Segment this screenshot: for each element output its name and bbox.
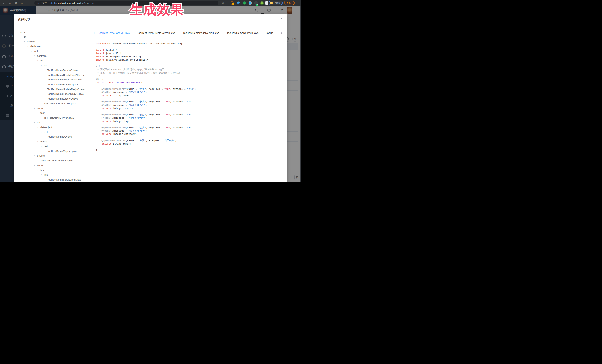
tree-caret-icon[interactable]: ▾ [37, 60, 40, 62]
code-viewer: package cn.iocoder.dashboard.modules.too… [96, 42, 285, 182]
code-line: package cn.iocoder.dashboard.modules.too… [96, 42, 285, 45]
tree-folder[interactable]: ▾test [17, 111, 95, 115]
tree-caret-icon[interactable]: ▾ [34, 164, 37, 166]
tab-ToolTestDemoBaseVO.java[interactable]: ToolTestDemoBaseVO.java [98, 31, 130, 36]
tree-folder[interactable]: ▾test [17, 168, 95, 173]
tree-node-label: ToolTestDemoConvert.java [44, 116, 74, 119]
browser-back-icon[interactable]: ← [1, 1, 6, 5]
browser-update-button[interactable]: 更新 [284, 1, 294, 5]
close-icon[interactable]: × [279, 17, 283, 21]
tree-node-label: ToolTestDemoDO.java [47, 135, 72, 138]
tree-file[interactable]: ToolErrorCodeConstants.java [17, 158, 95, 163]
tree-caret-icon[interactable]: ▾ [24, 41, 27, 42]
tree-caret-icon[interactable]: ▾ [34, 122, 37, 124]
tree-file[interactable]: ToolTestDemoConvert.java [17, 115, 95, 120]
extension-icon-drop[interactable] [237, 1, 240, 5]
extension-icon-list[interactable]: on [254, 1, 258, 5]
tree-folder[interactable]: ▾vo [17, 63, 95, 68]
tree-caret-icon[interactable]: ▾ [34, 107, 37, 109]
tree-file[interactable]: ToolTestDemoDO.java [17, 134, 95, 139]
browser-home-icon[interactable]: ⌂ [20, 1, 24, 5]
tree-folder[interactable]: ▾tool [17, 49, 95, 53]
url-separator: | [48, 2, 49, 4]
extension-icon-y[interactable]: y [243, 1, 246, 5]
tab-ToolTestDemoPageReqVO.java[interactable]: ToolTestDemoPageReqVO.java [183, 31, 219, 36]
paused-extension-pill[interactable]: 已暂停 [269, 1, 283, 5]
tree-caret-icon[interactable]: ▾ [31, 50, 34, 52]
tree-folder[interactable]: ▾test [17, 130, 95, 134]
tree-caret-icon[interactable]: ▾ [41, 145, 44, 147]
tree-node-label: dashboard [30, 45, 42, 48]
tree-caret-icon[interactable]: ▾ [37, 112, 40, 114]
tree-caret-icon[interactable]: ▾ [41, 131, 44, 133]
code-line: @NotNull(message = "名字不能为空") [96, 90, 285, 94]
tree-file[interactable]: ToolTestDemoServiceImpl.java [17, 177, 95, 182]
code-line: private Integer type; [96, 120, 285, 123]
tree-folder[interactable]: ▾mysql [17, 139, 95, 144]
tree-file[interactable]: ToolTestDemoController.java [17, 101, 95, 106]
address-bar[interactable]: ⚠ 不安全 | dashboard.yudao.iocoder.cn /tool… [34, 1, 218, 5]
tree-folder[interactable]: ▾dashboard [17, 44, 95, 49]
security-label[interactable]: 不安全 [40, 1, 47, 5]
code-line [96, 84, 285, 87]
tree-file[interactable]: ToolTestDemoUpdateReqVO.java [17, 87, 95, 92]
code-line: private String remark; [96, 142, 285, 145]
tree-file[interactable]: ToolTestDemoBaseVO.java [17, 68, 95, 73]
tree-caret-icon[interactable]: ▾ [37, 141, 40, 143]
file-tabs-bar: ‹ › ToolTestDemoBaseVO.javaToolTestDemoC… [94, 31, 284, 36]
code-line: * 如果子 VO 存在差异的字段，请不要添加到这里，影响 Swagger 文档生… [96, 71, 285, 74]
tree-folder[interactable]: ▾service [17, 163, 95, 168]
tab-ToolTestDemoCreateReqVO.java[interactable]: ToolTestDemoCreateReqVO.java [137, 31, 175, 36]
tree-folder[interactable]: ▾cn [17, 34, 95, 39]
tree-folder[interactable]: ▾java [17, 30, 95, 34]
tree-folder[interactable]: ▾dal [17, 120, 95, 125]
tree-caret-icon[interactable]: ▾ [41, 64, 44, 66]
browser-forward-icon[interactable]: → [8, 1, 12, 5]
tree-folder[interactable]: ▾impl [17, 173, 95, 177]
tab-ToolTestDemoRespVO.java[interactable]: ToolTestDemoRespVO.java [227, 31, 258, 36]
code-line: @NotNull(message = "分类不能为空") [96, 129, 285, 132]
tree-folder[interactable]: ▾test [17, 144, 95, 149]
tree-node-label: ToolTestDemoServiceImpl.java [47, 178, 81, 181]
tree-caret-icon[interactable]: ▾ [37, 169, 40, 171]
bookmark-star-icon[interactable]: ☆ [222, 1, 224, 4]
tree-caret-icon[interactable]: ▾ [34, 155, 37, 157]
extensions-puzzle-icon[interactable] [265, 1, 268, 5]
tree-file[interactable]: ToolTestDemoMapper.java [17, 149, 95, 154]
extension-icon-orange[interactable]: 1 [231, 1, 234, 5]
tabs-prev-icon[interactable]: ‹ [94, 31, 96, 34]
browser-menu-icon[interactable]: ⋮ [296, 1, 298, 4]
tree-node-label: ToolTestDemoCreateReqVO.java [47, 73, 84, 76]
tab-ToolTe[interactable]: ToolTe [266, 31, 273, 36]
tree-caret-icon[interactable]: ▾ [41, 174, 44, 176]
extension-icon-diamond[interactable] [248, 1, 252, 5]
tree-file[interactable]: ToolTestDemoExportReqVO.java [17, 92, 95, 96]
tree-folder[interactable]: ▾iocoder [17, 39, 95, 44]
code-line: import io.swagger.annotations.*; [96, 55, 285, 58]
tree-folder[interactable]: ▾convert [17, 106, 95, 111]
tree-file[interactable]: ToolTestDemoCreateReqVO.java [17, 73, 95, 77]
code-line: @ApiModelProperty(value = "备注", example … [96, 139, 285, 142]
tree-file[interactable]: ToolTestDemoRespVO.java [17, 82, 95, 87]
tabs-next-icon[interactable]: › [281, 31, 284, 34]
page-scrollbar[interactable] [300, 6, 301, 182]
extension-icon-plant[interactable] [260, 1, 264, 5]
tree-folder[interactable]: ▾dataobject [17, 125, 95, 130]
browser-reload-icon[interactable]: ↻ [14, 1, 18, 5]
tree-file[interactable]: ToolTestDemoPageReqVO.java [17, 77, 95, 82]
tree-caret-icon[interactable]: ▾ [34, 55, 37, 57]
tree-caret-icon[interactable]: ▾ [21, 36, 24, 38]
code-line [96, 45, 285, 48]
tree-node-label: convert [37, 107, 45, 110]
tree-caret-icon[interactable]: ▾ [37, 126, 40, 128]
tree-file[interactable]: ToolTestDemoExcelVO.java [17, 96, 95, 101]
dialog-title: 代码预览 [18, 17, 30, 22]
tree-caret-icon[interactable]: ▾ [27, 45, 30, 47]
tree-folder[interactable]: ▾test [17, 58, 95, 63]
tree-folder[interactable]: ▾controller [17, 53, 95, 58]
tree-caret-icon[interactable]: ▾ [17, 31, 20, 33]
tree-node-label: ToolErrorCodeConstants.java [40, 159, 73, 162]
tree-node-label: ToolTestDemoPageReqVO.java [47, 78, 82, 81]
tree-folder[interactable]: ▾enums [17, 154, 95, 158]
file-tree: ▾java▾cn▾iocoder▾dashboard▾tool▾controll… [17, 30, 95, 182]
